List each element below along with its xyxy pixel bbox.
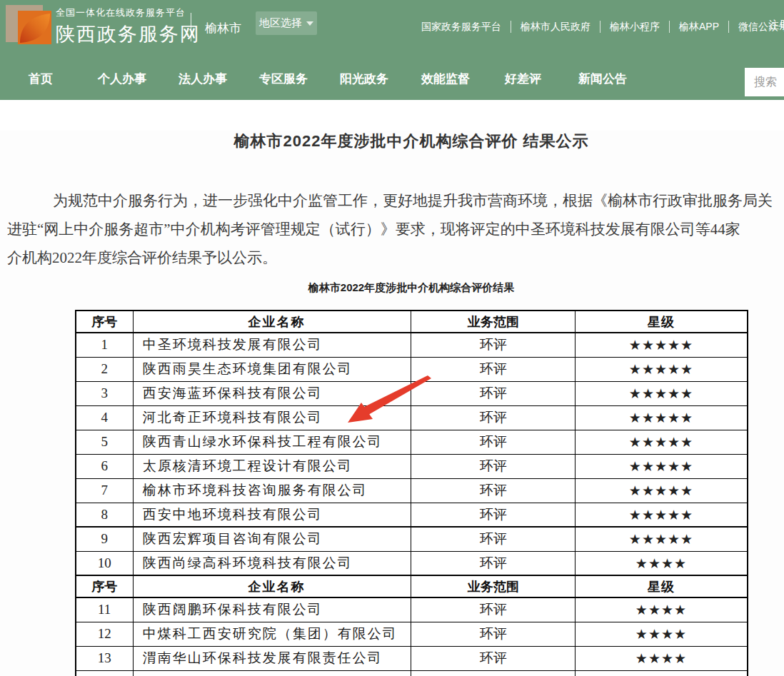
company-name: 榆林市环境科技咨询服务有限公司 bbox=[133, 478, 411, 503]
register-link[interactable]: 注册 bbox=[768, 19, 784, 32]
star-rating: ★★★★ bbox=[576, 551, 748, 575]
row-number: 1 bbox=[76, 333, 134, 357]
row-number: 12 bbox=[76, 622, 134, 646]
brand-block: 全国一体化在线政务服务平台 陕西政务服务网 bbox=[56, 6, 201, 47]
header-cell: 企业名称 bbox=[133, 575, 411, 597]
business-scope: 环评 bbox=[411, 622, 575, 646]
table-row: 9陕西宏辉项目咨询有限公司环评★★★★★ bbox=[76, 527, 748, 551]
business-scope: 环评 bbox=[411, 527, 575, 551]
company-name: 西安中地环境科技有限公司 bbox=[133, 503, 411, 527]
table-row: 10陕西尚绿高科环境科技有限公司环评★★★★ bbox=[76, 551, 748, 575]
top-header: 全国一体化在线政务服务平台 陕西政务服务网 榆林市 地区选择 国家政务服务平台榆… bbox=[0, 0, 784, 54]
business-scope: 环评 bbox=[411, 454, 575, 478]
table-row: 13渭南华山环保科技发展有限责任公司环评★★★★ bbox=[76, 646, 748, 670]
paragraph-line: 进驻“网上中介服务超市”中介机构考评管理规定（试行）》要求，现将评定的中圣环境科… bbox=[7, 215, 784, 243]
empty-cell bbox=[576, 670, 748, 676]
row-number: 9 bbox=[76, 527, 134, 551]
company-name: 太原核清环境工程设计有限公司 bbox=[133, 454, 411, 478]
company-name: 陕西雨昊生态环境集团有限公司 bbox=[133, 357, 411, 381]
region-select-button[interactable]: 地区选择 bbox=[256, 11, 317, 35]
site-logo-icon[interactable] bbox=[6, 5, 51, 49]
row-number: 11 bbox=[76, 597, 134, 622]
paragraph-line: 介机构2022年度综合评价结果予以公示。 bbox=[7, 243, 784, 272]
business-scope: 环评 bbox=[411, 503, 575, 527]
nav-item-3[interactable]: 专区服务 bbox=[259, 71, 308, 87]
table-row: 11陕西阔鹏环保科技有限公司环评★★★★ bbox=[76, 597, 748, 622]
star-rating: ★★★★★ bbox=[576, 357, 748, 381]
company-name: 陕西尚绿高科环境科技有限公司 bbox=[133, 551, 411, 575]
star-rating: ★★★★★ bbox=[576, 381, 748, 405]
row-number: 4 bbox=[76, 405, 134, 430]
header-cell: 星级 bbox=[576, 575, 748, 597]
star-rating: ★★★★★ bbox=[576, 430, 748, 454]
nav-item-5[interactable]: 效能监督 bbox=[421, 71, 470, 87]
star-rating: ★★★★★ bbox=[576, 454, 748, 478]
business-scope: 环评 bbox=[411, 357, 575, 381]
business-scope: 环评 bbox=[411, 597, 575, 622]
company-name: 陕西青山绿水环保科技工程有限公司 bbox=[133, 430, 411, 454]
table-row: 7榆林市环境科技咨询服务有限公司环评★★★★★ bbox=[76, 478, 748, 503]
announcement-paragraph: 为规范中介服务行为，进一步强化中介监管工作，更好地提升我市营商环境，根据《榆林市… bbox=[7, 186, 784, 272]
search-input[interactable] bbox=[745, 68, 784, 96]
table-caption: 榆林市2022年度涉批中介机构综合评价结果 bbox=[0, 281, 784, 295]
empty-cell bbox=[411, 670, 575, 676]
header-cell: 序号 bbox=[76, 311, 134, 333]
row-number: 6 bbox=[76, 454, 134, 478]
header-cell: 序号 bbox=[76, 575, 134, 597]
header-cell: 企业名称 bbox=[133, 311, 411, 333]
star-rating: ★★★★ bbox=[576, 597, 748, 622]
star-rating: ★★★★★ bbox=[576, 527, 748, 551]
page-title: 榆林市2022年度涉批中介机构综合评价 结果公示 bbox=[0, 131, 784, 152]
brand-site-name: 陕西政务服务网 bbox=[56, 21, 201, 47]
star-rating: ★★★★ bbox=[576, 622, 748, 646]
region-select-label: 地区选择 bbox=[259, 16, 302, 30]
business-scope: 环评 bbox=[411, 333, 575, 357]
nav-item-6[interactable]: 好差评 bbox=[505, 71, 541, 87]
company-name: 陕西宏辉项目咨询有限公司 bbox=[133, 527, 411, 551]
row-number: 7 bbox=[76, 478, 134, 503]
table-row: 12中煤科工西安研究院（集团）有限公司环评★★★★ bbox=[76, 622, 748, 646]
company-name: 西安海蓝环保科技有限公司 bbox=[133, 381, 411, 405]
row-number: 5 bbox=[76, 430, 134, 454]
star-rating: ★★★★★ bbox=[576, 333, 748, 357]
company-name: 中圣环境科技发展有限公司 bbox=[133, 333, 411, 357]
nav-item-4[interactable]: 阳光政务 bbox=[340, 71, 388, 87]
row-number: 2 bbox=[76, 357, 134, 381]
table-row: 1中圣环境科技发展有限公司环评★★★★★ bbox=[76, 333, 748, 357]
star-rating: ★★★★★ bbox=[576, 405, 748, 430]
table-row: 8西安中地环境科技有限公司环评★★★★★ bbox=[76, 503, 748, 527]
top-links: 国家政务服务平台榆林市人民政府榆林小程序榆林APP微信公众号 bbox=[412, 0, 784, 54]
company-name: 陕西阔鹏环保科技有限公司 bbox=[133, 597, 411, 622]
star-rating: ★★★★ bbox=[576, 646, 748, 670]
header-cell: 星级 bbox=[576, 311, 748, 333]
top-link-1[interactable]: 榆林市人民政府 bbox=[511, 21, 600, 34]
business-scope: 环评 bbox=[411, 551, 575, 575]
header-divider bbox=[191, 13, 191, 41]
table-row: 5陕西青山绿水环保科技工程有限公司环评★★★★★ bbox=[76, 430, 748, 454]
top-link-2[interactable]: 榆林小程序 bbox=[600, 21, 669, 34]
business-scope: 环评 bbox=[411, 405, 575, 430]
table-row: 2陕西雨昊生态环境集团有限公司环评★★★★★ bbox=[76, 357, 748, 381]
table-header-row: 序号企业名称业务范围星级 bbox=[76, 311, 748, 333]
evaluation-table: 序号企业名称业务范围星级1中圣环境科技发展有限公司环评★★★★★2陕西雨昊生态环… bbox=[75, 310, 748, 676]
company-name: 中煤科工西安研究院（集团）有限公司 bbox=[133, 622, 411, 646]
empty-cell bbox=[133, 670, 411, 676]
row-number: 10 bbox=[76, 551, 134, 575]
nav-item-2[interactable]: 法人办事 bbox=[179, 71, 227, 87]
table-row: 4河北奇正环境科技有限公司环评★★★★★ bbox=[76, 405, 748, 430]
table-row-partial bbox=[76, 670, 748, 676]
nav-item-0[interactable]: 首页 bbox=[29, 71, 53, 87]
top-link-0[interactable]: 国家政务服务平台 bbox=[412, 21, 511, 34]
star-rating: ★★★★★ bbox=[576, 503, 748, 527]
company-name: 渭南华山环保科技发展有限责任公司 bbox=[133, 646, 411, 670]
table-row: 3西安海蓝环保科技有限公司环评★★★★★ bbox=[76, 381, 748, 405]
header-cell: 业务范围 bbox=[411, 575, 575, 597]
nav-item-7[interactable]: 新闻公告 bbox=[578, 71, 627, 87]
page: 全国一体化在线政务服务平台 陕西政务服务网 榆林市 地区选择 国家政务服务平台榆… bbox=[0, 0, 784, 676]
empty-cell bbox=[76, 670, 134, 676]
top-link-3[interactable]: 榆林APP bbox=[670, 21, 728, 34]
nav-item-1[interactable]: 个人办事 bbox=[98, 71, 146, 87]
table-row: 6太原核清环境工程设计有限公司环评★★★★★ bbox=[76, 454, 748, 478]
article-content: 榆林市2022年度涉批中介机构综合评价 结果公示 为规范中介服务行为，进一步强化… bbox=[0, 131, 784, 676]
current-city-label: 榆林市 bbox=[205, 20, 241, 36]
